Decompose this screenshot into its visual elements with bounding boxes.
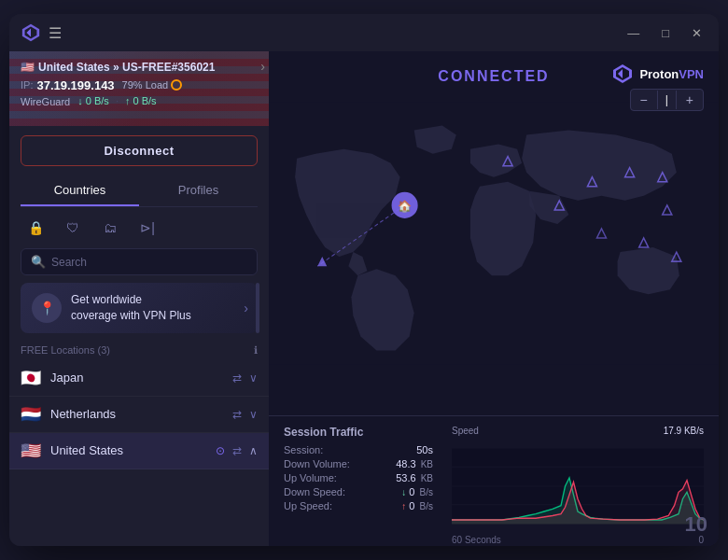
- speed-chart-label: Speed: [452, 426, 479, 436]
- netherlands-expand-icon[interactable]: ∨: [249, 408, 258, 421]
- stats-row-down-speed: Down Speed: ↓ 0 B/s: [284, 486, 433, 497]
- japan-expand-icon[interactable]: ∨: [249, 371, 258, 385]
- netherlands-server-name: Netherlands: [50, 407, 232, 421]
- speed-plus-button[interactable]: +: [677, 90, 703, 110]
- app-logo-icon: [21, 22, 41, 43]
- stats-panel: Session Traffic Session: 50s Down Volume…: [269, 415, 719, 546]
- stats-row-session: Session: 50s: [284, 444, 433, 455]
- us-expand-icon[interactable]: ∧: [249, 444, 258, 457]
- japan-flag-icon: 🇯🇵: [21, 368, 41, 388]
- app-window: ☰ — □ ✕ 🇺🇸 United States » US-FREE#35602…: [9, 14, 719, 546]
- speed-chart: [452, 440, 704, 533]
- chart-area: Speed 17.9 KB/s: [452, 426, 704, 537]
- download-speed: ↓ 0 B/s: [77, 95, 109, 106]
- watermark: 10: [685, 512, 707, 537]
- connection-header: 🇺🇸 United States » US-FREE#356021 IP: 37…: [9, 51, 269, 126]
- close-button[interactable]: ✕: [686, 24, 707, 42]
- connection-info: 🇺🇸 United States » US-FREE#356021 IP: 37…: [21, 61, 258, 107]
- us-server-name: United States: [50, 443, 216, 457]
- chart-time-start: 60 Seconds: [452, 535, 501, 545]
- vpn-plus-text: Get worldwide coverage with VPN Plus: [71, 292, 191, 324]
- up-vol-label: Up Volume:: [284, 472, 337, 483]
- session-traffic: Session Traffic Session: 50s Down Volume…: [284, 426, 433, 537]
- vpn-plus-icon: 📍: [32, 293, 62, 323]
- filter-p2p-icon[interactable]: ⊳|: [133, 215, 162, 241]
- search-bar: 🔍: [21, 248, 258, 275]
- disconnect-button[interactable]: Disconnect: [21, 135, 258, 166]
- server-item-japan[interactable]: 🇯🇵 Japan ⇄ ∨: [9, 360, 269, 397]
- down-vol-value: 48.3 KB: [396, 458, 433, 469]
- tabs: Countries Profiles: [21, 175, 258, 207]
- minimize-button[interactable]: —: [622, 24, 645, 42]
- proton-logo-text: ProtonVPN: [639, 67, 704, 81]
- map-area: CONNECTED ProtonVPN − | +: [269, 51, 719, 415]
- maximize-button[interactable]: □: [656, 24, 675, 42]
- ip-label: IP:: [21, 79, 33, 91]
- tab-countries[interactable]: Countries: [21, 175, 139, 206]
- sidebar: 🇺🇸 United States » US-FREE#356021 IP: 37…: [9, 51, 269, 546]
- load-indicator: [171, 79, 182, 91]
- scrollbar[interactable]: [256, 283, 259, 333]
- proton-logo-icon: [611, 63, 634, 85]
- collapse-sidebar-button[interactable]: ›: [260, 59, 265, 74]
- location-flag-icon: 🇺🇸: [21, 61, 35, 74]
- japan-connect-icon[interactable]: ⇄: [232, 371, 242, 385]
- connection-load: 79% Load: [122, 79, 169, 91]
- connection-ip: 37.19.199.143: [36, 78, 114, 92]
- down-vol-label: Down Volume:: [284, 458, 350, 469]
- stats-title: Session Traffic: [284, 426, 433, 439]
- tab-profiles[interactable]: Profiles: [139, 175, 258, 206]
- up-speed-label: Up Speed:: [284, 500, 332, 511]
- stats-row-down-vol: Down Volume: 48.3 KB: [284, 458, 433, 469]
- connection-status-label: CONNECTED: [438, 68, 549, 85]
- search-icon: 🔍: [31, 255, 46, 269]
- search-input[interactable]: [51, 256, 247, 269]
- connection-speeds: ↓ 0 B/s · ↑ 0 B/s: [77, 95, 156, 106]
- menu-icon[interactable]: ☰: [49, 24, 62, 42]
- down-speed-value: ↓ 0 B/s: [401, 486, 433, 497]
- filter-tor-icon[interactable]: 🗂: [95, 215, 125, 241]
- down-arrow-icon: ↓: [401, 487, 406, 497]
- filter-row: 🔒 🛡 🗂 ⊳|: [9, 207, 269, 248]
- titlebar: ☰ — □ ✕: [9, 14, 719, 51]
- netherlands-connect-icon[interactable]: ⇄: [232, 408, 242, 421]
- session-label: Session:: [284, 444, 323, 455]
- proton-logo: ProtonVPN: [611, 63, 704, 85]
- us-active-icon: ⊙: [216, 444, 225, 457]
- speed-controls: − | +: [630, 89, 705, 111]
- chart-time-labels: 60 Seconds 0: [452, 535, 704, 545]
- upload-speed: ↑ 0 B/s: [125, 95, 157, 106]
- us-server-actions: ⊙ ⇄ ∧: [216, 444, 258, 457]
- main-content: 🇺🇸 United States » US-FREE#356021 IP: 37…: [9, 51, 719, 546]
- vpn-plus-banner[interactable]: 📍 Get worldwide coverage with VPN Plus ›: [21, 283, 258, 333]
- up-vol-value: 53.6 KB: [396, 472, 433, 483]
- info-icon: ℹ: [254, 344, 258, 357]
- filter-secure-icon[interactable]: 🛡: [58, 215, 88, 241]
- us-connect-icon[interactable]: ⇄: [232, 444, 242, 457]
- connection-location: 🇺🇸 United States » US-FREE#356021: [21, 61, 258, 74]
- speed-value: |: [657, 91, 677, 109]
- japan-server-actions: ⇄ ∨: [232, 371, 258, 385]
- stats-row-up-speed: Up Speed: ↑ 0 B/s: [284, 500, 433, 511]
- us-flag-icon: 🇺🇸: [21, 441, 41, 461]
- netherlands-flag-icon: 🇳🇱: [21, 404, 41, 425]
- server-item-netherlands[interactable]: 🇳🇱 Netherlands ⇄ ∨: [9, 397, 269, 433]
- protocol-label: WireGuard: [21, 96, 70, 107]
- server-list-header: FREE Locations (3) ℹ: [9, 341, 269, 360]
- stats-row-up-vol: Up Volume: 53.6 KB: [284, 472, 433, 483]
- vpn-plus-arrow-icon: ›: [244, 301, 248, 315]
- up-speed-value: ↑ 0 B/s: [401, 500, 433, 511]
- speed-minus-button[interactable]: −: [631, 90, 657, 110]
- japan-server-name: Japan: [50, 371, 232, 385]
- window-controls: — □ ✕: [622, 24, 707, 42]
- right-panel: CONNECTED ProtonVPN − | +: [269, 51, 719, 546]
- netherlands-server-actions: ⇄ ∨: [232, 408, 258, 421]
- session-value: 50s: [416, 444, 433, 455]
- server-item-us[interactable]: 🇺🇸 United States ⊙ ⇄ ∧: [9, 433, 269, 469]
- speed-chart-value: 17.9 KB/s: [664, 426, 704, 436]
- up-arrow-icon: ↑: [401, 501, 406, 511]
- filter-free-icon[interactable]: 🔒: [21, 215, 50, 241]
- svg-text:🏠: 🏠: [398, 199, 413, 213]
- chart-header: Speed 17.9 KB/s: [452, 426, 704, 436]
- down-speed-label: Down Speed:: [284, 486, 345, 497]
